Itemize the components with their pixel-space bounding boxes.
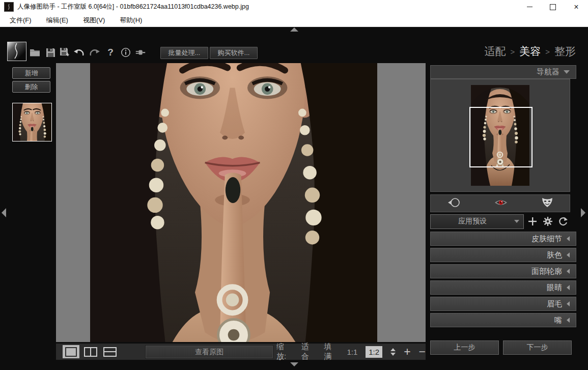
chevron-down-icon [564, 70, 570, 74]
step-reshape[interactable]: 整形 [554, 44, 576, 59]
panel-label: 眉毛 [547, 299, 562, 309]
app-tool-logo-icon[interactable] [7, 42, 26, 61]
settings-gear-icon[interactable] [541, 215, 554, 229]
step-beauty[interactable]: 美容 [519, 44, 541, 59]
main-photo-canvas[interactable] [90, 63, 377, 342]
delete-photo-button[interactable]: 删除 [12, 81, 50, 93]
buy-software-button[interactable]: 购买软件... [210, 47, 258, 59]
workflow-steps: 适配 > 美容 > 整形 [484, 44, 576, 59]
zoom-fit-option[interactable]: 适合 [301, 342, 316, 361]
zoom-1-2-option[interactable]: 1:2 [366, 346, 382, 358]
collapse-left-arrow[interactable] [2, 208, 6, 217]
zoom-spinner[interactable] [390, 348, 396, 356]
photo-thumbnail[interactable] [12, 103, 52, 141]
menubar: 文件(F) 编辑(E) 视图(V) 帮助(H) [0, 14, 588, 27]
navigator-title: 导航器 [537, 67, 559, 77]
step-separator: > [545, 47, 550, 56]
redo-icon[interactable] [89, 47, 100, 58]
panel-face-contour[interactable]: 面部轮廓 [430, 264, 576, 278]
chevron-left-icon [567, 318, 570, 323]
batch-process-button[interactable]: 批量处理... [160, 47, 208, 59]
zoom-fill-option[interactable]: 填满 [324, 342, 339, 361]
panel-skin-tone[interactable]: 肤色 [430, 248, 576, 262]
chevron-left-icon [567, 285, 570, 290]
panel-label: 嘴 [554, 316, 562, 325]
save-as-icon[interactable] [59, 47, 70, 58]
panel-label: 面部轮廓 [531, 267, 562, 276]
help-icon[interactable]: ? [105, 47, 116, 58]
menu-view[interactable]: 视图(V) [78, 16, 110, 25]
step-separator: > [510, 47, 515, 56]
collapse-top-arrow[interactable] [290, 27, 298, 32]
apply-preset-dropdown[interactable]: 应用预设 [430, 214, 524, 229]
panel-label: 肤色 [547, 250, 562, 260]
chevron-down-icon [514, 220, 519, 223]
preset-row: 应用预设 [430, 214, 570, 229]
next-step-button[interactable]: 下一步 [503, 340, 572, 355]
save-icon[interactable] [45, 47, 56, 58]
bottom-bar: 查看原图 缩放: 适合 填满 1:1 1:2 + − [56, 344, 426, 360]
preset-dropdown-label: 应用预设 [431, 217, 514, 226]
zoom-in-button[interactable]: + [404, 347, 410, 357]
face-tools-row [430, 194, 570, 212]
chevron-left-icon [567, 301, 570, 306]
panel-eyes[interactable]: 眼睛 [430, 280, 576, 295]
single-view-icon[interactable] [63, 345, 79, 358]
face-mask-icon[interactable] [541, 197, 554, 210]
app-window: 人像修图助手 - 工作室版 6.0[64位] - 01bfb8621724aa1… [0, 0, 588, 370]
chevron-left-icon [567, 236, 570, 241]
panel-skin-detail[interactable]: 皮肤细节 [430, 232, 576, 246]
minimize-button[interactable] [518, 0, 541, 14]
zoom-1-1-option[interactable]: 1:1 [347, 348, 357, 356]
previous-step-button[interactable]: 上一步 [430, 340, 499, 355]
red-eye-icon[interactable] [493, 198, 509, 209]
close-button[interactable]: × [565, 0, 588, 14]
panel-mouth[interactable]: 嘴 [430, 313, 576, 327]
panel-label: 眼睛 [547, 283, 562, 293]
panel-eyebrows[interactable]: 眉毛 [430, 297, 576, 311]
navigator-header[interactable]: 导航器 [430, 65, 576, 79]
refresh-icon[interactable] [556, 215, 570, 229]
zoom-label: 缩放: [276, 342, 293, 361]
collapse-bottom-arrow[interactable] [290, 362, 298, 366]
spinner-down-icon[interactable] [390, 353, 396, 356]
app-logo-icon [4, 2, 14, 12]
zoom-out-button[interactable]: − [419, 347, 426, 357]
menu-file[interactable]: 文件(F) [5, 16, 37, 25]
split-rows-icon[interactable] [101, 345, 118, 358]
zoom-controls: 缩放: 适合 填满 1:1 1:2 + − [276, 344, 426, 360]
navigator-viewport-rect[interactable] [469, 107, 533, 167]
chevron-left-icon [567, 269, 570, 274]
navigator-body [430, 79, 570, 192]
canvas-workarea [56, 63, 426, 342]
menu-help[interactable]: 帮助(H) [115, 16, 147, 25]
add-preset-icon[interactable] [525, 215, 539, 229]
right-panel: 导航器 应用预设 [430, 63, 572, 358]
plugin-icon[interactable] [135, 47, 146, 58]
titlebar: 人像修图助手 - 工作室版 6.0[64位] - 01bfb8621724aa1… [0, 0, 588, 14]
open-folder-icon[interactable] [29, 47, 40, 58]
maximize-button[interactable] [541, 0, 565, 14]
menu-edit[interactable]: 编辑(E) [41, 16, 73, 25]
split-columns-icon[interactable] [82, 345, 99, 358]
panel-label: 皮肤细节 [531, 234, 562, 244]
chevron-left-icon [567, 252, 570, 258]
info-icon[interactable] [120, 47, 131, 58]
undo-icon[interactable] [73, 47, 85, 58]
step-fit[interactable]: 适配 [484, 44, 506, 59]
spinner-up-icon[interactable] [390, 348, 396, 351]
add-photo-button[interactable]: 新增 [12, 67, 50, 79]
rotate-reset-icon[interactable] [446, 197, 462, 210]
window-title: 人像修图助手 - 工作室版 6.0[64位] - 01bfb8621724aa1… [17, 3, 249, 11]
collapse-right-arrow[interactable] [581, 208, 585, 217]
view-original-button[interactable]: 查看原图 [145, 345, 273, 359]
